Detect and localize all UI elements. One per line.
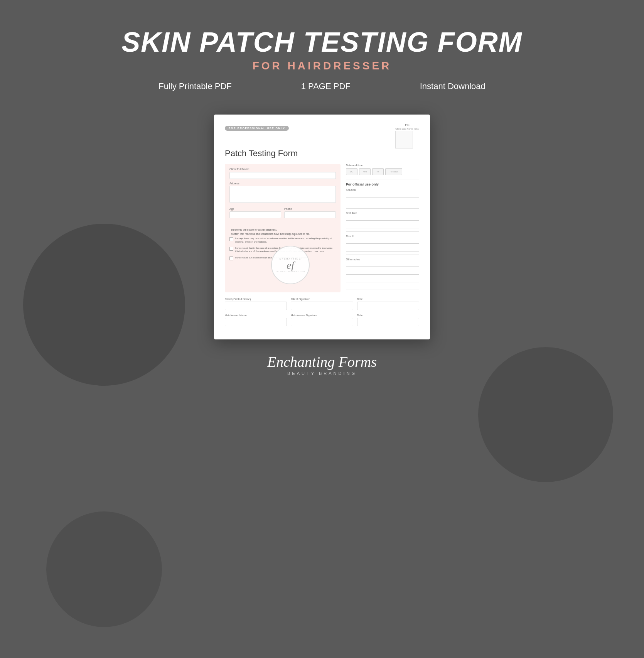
client-printed-input[interactable] (225, 302, 287, 310)
hairdresser-name-input[interactable] (225, 318, 287, 326)
notes-line-4 (346, 285, 419, 290)
date-time-section: Date and time DD MM YY HH:MM (346, 164, 419, 175)
result-label: Result (346, 235, 419, 238)
checkbox-1-text: I accept there may be a risk of an adver… (235, 237, 336, 243)
checkbox-item-1: I accept there may be a risk of an adver… (229, 237, 336, 243)
file-name-label: Client Last Name Initial (395, 128, 419, 130)
date-yy[interactable]: YY (372, 168, 384, 175)
page-main-title: SKIN PATCH TESTING FORM (121, 27, 522, 57)
bg-decoration-bottom (46, 511, 162, 627)
notes-line-1 (346, 262, 419, 267)
official-use-section: For official use only Solution Test Area… (346, 182, 419, 290)
client-sig-label: Client Signature (291, 298, 353, 300)
document-card: ENCHANTING ef ENCHANTINGFORMS.COM FOR PR… (214, 115, 430, 339)
checkbox-3[interactable] (229, 256, 233, 260)
age-input[interactable] (229, 211, 281, 218)
features-row: Fully Printable PDF 1 PAGE PDF Instant D… (121, 81, 522, 91)
client-sig-input[interactable] (291, 302, 353, 310)
hairdresser-date-input[interactable] (357, 318, 419, 326)
hairdresser-sig-field: Hairdresser Signature (291, 314, 353, 326)
right-column: Date and time DD MM YY HH:MM For officia… (346, 164, 419, 292)
bg-decoration-right (478, 347, 613, 482)
client-date-input[interactable] (357, 302, 419, 310)
result-line-1 (346, 238, 419, 244)
client-printed-label: Client (Printed Name) (225, 298, 287, 300)
feature-printable: Fully Printable PDF (158, 81, 232, 91)
solution-label: Solution (346, 189, 419, 191)
phone-field: Phone (284, 208, 336, 222)
divider-2 (346, 208, 419, 209)
phone-label: Phone (284, 208, 336, 210)
consent-text-1: en offered the option for a skin patch t… (229, 228, 336, 231)
professional-badge: FOR PROFESSIONAL USE ONLY (225, 126, 289, 131)
test-area-line-1 (346, 215, 419, 221)
bg-decoration-left (23, 224, 185, 386)
age-field: Age (229, 208, 281, 222)
date-dd[interactable]: DD (346, 168, 357, 175)
client-printed-field: Client (Printed Name) (225, 298, 287, 310)
footer-brand-sub: BEAUTY BRANDING (267, 371, 377, 376)
official-title: For official use only (346, 182, 419, 186)
form-body: Client Full Name Address Age Phone en of… (225, 164, 419, 292)
solution-line-2 (346, 200, 419, 205)
address-input[interactable] (229, 186, 336, 203)
client-signature-field: Client Signature (291, 298, 353, 310)
hairdresser-sig-row: Hairdresser Name Hairdresser Signature D… (225, 314, 419, 326)
divider-3 (346, 231, 419, 232)
phone-input[interactable] (284, 211, 336, 218)
address-label: Address (229, 182, 336, 185)
footer-branding: Enchanting Forms BEAUTY BRANDING (267, 353, 377, 391)
notes-line-3 (346, 277, 419, 282)
feature-pages: 1 PAGE PDF (301, 81, 351, 91)
date-mm[interactable]: MM (359, 168, 371, 175)
age-label: Age (229, 208, 281, 210)
checkbox-2[interactable] (229, 247, 233, 251)
checkbox-1[interactable] (229, 237, 233, 241)
result-line-2 (346, 246, 419, 251)
test-area-label: Test Area (346, 212, 419, 214)
hairdresser-name-field: Hairdresser Name (225, 314, 287, 326)
dt-fields: DD MM YY HH:MM (346, 168, 419, 175)
file-box: File Client Last Name Initial (395, 124, 419, 148)
hairdresser-date-field: Date (357, 314, 419, 326)
hairdresser-sig-label: Hairdresser Signature (291, 314, 353, 317)
client-name-input[interactable] (229, 172, 336, 179)
client-name-label: Client Full Name (229, 168, 336, 170)
watermark-url: ENCHANTINGFORMS.COM (276, 271, 305, 273)
signature-section: Client (Printed Name) Client Signature D… (225, 298, 419, 326)
hairdresser-sig-input[interactable] (291, 318, 353, 326)
file-label: File (395, 124, 419, 127)
divider-4 (346, 255, 419, 255)
watermark-circle: ENCHANTING ef ENCHANTINGFORMS.COM (271, 246, 310, 284)
hairdresser-date-label: Date (357, 314, 419, 317)
date-time-label: Date and time (346, 164, 419, 167)
consent-text-2: confirm that reactions and sensitivities… (229, 233, 336, 235)
watermark-ef-logo: ef (287, 260, 294, 271)
test-area-line-2 (346, 223, 419, 228)
divider-1 (346, 179, 419, 179)
client-sig-row: Client (Printed Name) Client Signature D… (225, 298, 419, 310)
feature-download: Instant Download (420, 81, 486, 91)
form-title: Patch Testing Form (225, 148, 419, 159)
page-sub-title: FOR HAIRDRESSER (121, 60, 522, 72)
solution-line-1 (346, 192, 419, 197)
hairdresser-name-label: Hairdresser Name (225, 314, 287, 317)
client-date-label: Date (357, 298, 419, 300)
time-hhmm[interactable]: HH:MM (385, 168, 402, 175)
client-date-field: Date (357, 298, 419, 310)
page-header: SKIN PATCH TESTING FORM FOR HAIRDRESSER … (121, 0, 522, 103)
other-notes-label: Other notes (346, 258, 419, 261)
file-photo-area (395, 131, 413, 148)
notes-line-2 (346, 269, 419, 275)
footer-brand-name: Enchanting Forms (267, 353, 377, 370)
